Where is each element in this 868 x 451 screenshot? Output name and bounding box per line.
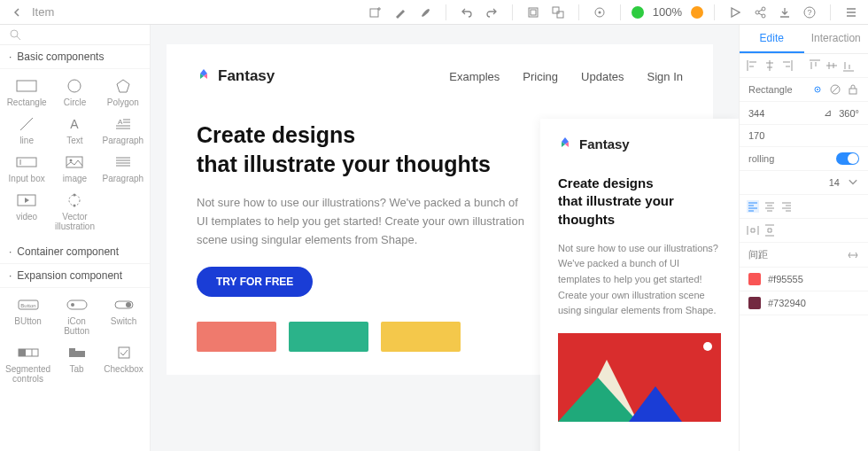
lock-icon[interactable]	[847, 83, 859, 96]
hero-body: Not sure how to use our illustrations? W…	[197, 194, 528, 249]
comp-text[interactable]: AText	[51, 113, 97, 149]
section-expansion[interactable]: ·Expansion component	[0, 264, 150, 288]
text-align-right-icon[interactable]	[780, 200, 793, 213]
text-align-left-icon[interactable]	[747, 200, 759, 213]
comp-checkbox[interactable]: Checkbox	[101, 341, 146, 387]
comp-video[interactable]: video	[4, 189, 50, 235]
svg-point-24	[69, 195, 80, 206]
target-icon[interactable]	[590, 3, 609, 22]
comp-circle[interactable]: Circle	[51, 74, 97, 111]
nav-updates[interactable]: Updates	[581, 70, 624, 83]
cta-button[interactable]: TRY FOR FREE	[197, 267, 313, 297]
group-icon[interactable]	[523, 3, 543, 22]
back-button[interactable]	[7, 3, 27, 22]
ungroup-icon[interactable]	[548, 3, 568, 22]
nav-examples[interactable]: Examples	[449, 70, 500, 83]
comp-vector[interactable]: Vector illustration	[51, 189, 97, 235]
menu-icon[interactable]	[841, 3, 861, 22]
svg-point-6	[598, 11, 601, 13]
svg-point-14	[68, 80, 81, 92]
align-middle-icon[interactable]	[825, 59, 838, 72]
comp-tab[interactable]: Tab	[54, 341, 99, 387]
svg-rect-0	[370, 9, 378, 17]
status-indicator	[632, 6, 644, 19]
pen-icon[interactable]	[391, 3, 410, 22]
svg-rect-3	[553, 7, 559, 13]
zoom-level[interactable]: 100%	[653, 5, 682, 19]
add-artboard-icon[interactable]	[366, 3, 385, 22]
comp-line[interactable]: line	[4, 113, 50, 149]
download-icon[interactable]	[775, 3, 794, 22]
section-container[interactable]: ·Container component	[0, 240, 150, 264]
svg-point-22	[70, 159, 73, 162]
preview-body: Not sure how to use our illustrations? W…	[558, 241, 721, 319]
swatch-red[interactable]	[197, 322, 276, 352]
comp-polygon[interactable]: Polygon	[100, 74, 146, 111]
text-align-center-icon[interactable]	[763, 200, 776, 213]
scroll-label: rolling	[748, 153, 774, 164]
color-hex-1[interactable]: #f95555	[768, 274, 803, 284]
disabled-icon[interactable]	[829, 83, 841, 96]
shape-type: Rectangle	[748, 84, 793, 95]
svg-point-30	[71, 303, 74, 307]
help-icon[interactable]: ?	[800, 3, 819, 22]
comp-image[interactable]: image	[51, 151, 97, 187]
align-center-h-icon[interactable]	[763, 59, 776, 72]
preview-heading: Create designsthat illustrate your thoug…	[558, 175, 721, 229]
dist-v-icon[interactable]	[763, 224, 776, 237]
comp-segmented[interactable]: Segmented controls	[4, 341, 52, 387]
align-bottom-icon[interactable]	[842, 59, 855, 72]
comp-paragraph[interactable]: AParagraph	[100, 113, 146, 149]
svg-line-42	[832, 86, 839, 93]
comp-switch[interactable]: Switch	[101, 293, 146, 339]
svg-rect-38	[119, 347, 129, 358]
tab-interaction[interactable]: Interaction	[804, 25, 869, 53]
comp-button[interactable]: ButtonBUtton	[4, 293, 52, 339]
play-icon[interactable]	[725, 3, 745, 22]
undo-icon[interactable]	[457, 3, 477, 22]
align-top-icon[interactable]	[809, 59, 821, 72]
visible-icon[interactable]	[811, 83, 824, 96]
value-14[interactable]: 14	[829, 177, 840, 188]
comp-inputbox[interactable]: Input box	[4, 151, 50, 187]
share-icon[interactable]	[750, 3, 770, 22]
svg-rect-29	[67, 300, 87, 309]
color-chip-2[interactable]	[748, 297, 761, 309]
width-value[interactable]: 344	[748, 108, 764, 119]
page-title: Item	[32, 5, 54, 19]
color-hex-2[interactable]: #732940	[768, 298, 806, 308]
comp-paragraph2[interactable]: Paragraph	[100, 151, 146, 187]
svg-rect-34	[19, 349, 26, 356]
section-basic[interactable]: ·Basic components	[0, 45, 150, 69]
tab-edit[interactable]: Edite	[740, 25, 804, 53]
swatch-yellow[interactable]	[381, 322, 461, 352]
brush-icon[interactable]	[415, 3, 435, 22]
zoom-add-icon[interactable]	[691, 6, 703, 19]
align-left-icon[interactable]	[747, 59, 759, 72]
rotation-value[interactable]: 360°	[839, 108, 859, 119]
mobile-preview: Fantasy Create designsthat illustrate yo…	[540, 119, 739, 451]
nav-signin[interactable]: Sign In	[647, 70, 683, 83]
align-right-icon[interactable]	[780, 59, 793, 72]
svg-marker-15	[117, 80, 129, 92]
spacing-icon[interactable]	[847, 249, 859, 261]
comp-iconbutton[interactable]: iCon Button	[54, 293, 99, 339]
color-chip-1[interactable]	[748, 273, 761, 285]
svg-point-40	[817, 89, 818, 90]
brand-name: Fantasy	[218, 67, 275, 85]
svg-rect-43	[849, 89, 856, 94]
redo-icon[interactable]	[482, 3, 501, 22]
dist-h-icon[interactable]	[747, 224, 759, 237]
brand-logo-icon	[197, 69, 211, 83]
height-value[interactable]: 170	[748, 130, 764, 141]
comp-rectangle[interactable]: Rectangle	[4, 74, 50, 111]
svg-rect-36	[69, 351, 85, 357]
svg-rect-13	[17, 81, 36, 91]
swatch-green[interactable]	[289, 322, 368, 352]
chevron-down-icon[interactable]	[847, 176, 859, 189]
preview-brand: Fantasy	[579, 136, 630, 152]
nav-pricing[interactable]: Pricing	[523, 70, 558, 83]
scroll-toggle[interactable]	[836, 152, 859, 165]
svg-point-25	[74, 194, 76, 197]
search-icon[interactable]	[9, 28, 21, 41]
